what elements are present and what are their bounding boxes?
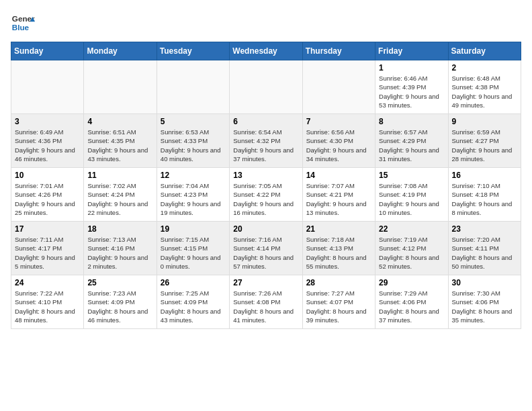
calendar-cell: 1Sunrise: 6:46 AM Sunset: 4:39 PM Daylig… bbox=[375, 60, 448, 114]
logo-icon: General Blue bbox=[11, 11, 35, 35]
day-info: Sunrise: 7:11 AM Sunset: 4:17 PM Dayligh… bbox=[15, 235, 80, 271]
calendar-cell: 14Sunrise: 7:07 AM Sunset: 4:21 PM Dayli… bbox=[302, 168, 375, 222]
day-number: 5 bbox=[161, 117, 226, 126]
day-number: 3 bbox=[15, 117, 80, 126]
day-number: 19 bbox=[161, 224, 226, 234]
day-info: Sunrise: 6:49 AM Sunset: 4:36 PM Dayligh… bbox=[15, 128, 80, 163]
day-info: Sunrise: 7:05 AM Sunset: 4:22 PM Dayligh… bbox=[233, 181, 298, 217]
day-info: Sunrise: 7:25 AM Sunset: 4:09 PM Dayligh… bbox=[161, 289, 226, 324]
day-info: Sunrise: 6:56 AM Sunset: 4:30 PM Dayligh… bbox=[306, 128, 371, 163]
day-number: 22 bbox=[379, 224, 444, 234]
day-number: 2 bbox=[452, 63, 517, 73]
calendar-cell: 12Sunrise: 7:04 AM Sunset: 4:23 PM Dayli… bbox=[157, 168, 229, 222]
calendar-cell: 3Sunrise: 6:49 AM Sunset: 4:36 PM Daylig… bbox=[11, 114, 84, 168]
day-number: 29 bbox=[379, 278, 444, 287]
calendar-cell: 21Sunrise: 7:18 AM Sunset: 4:13 PM Dayli… bbox=[302, 222, 375, 275]
day-number: 27 bbox=[233, 278, 298, 287]
day-info: Sunrise: 7:13 AM Sunset: 4:16 PM Dayligh… bbox=[87, 235, 152, 271]
weekday-header-friday: Friday bbox=[375, 42, 448, 60]
calendar-cell: 8Sunrise: 6:57 AM Sunset: 4:29 PM Daylig… bbox=[375, 114, 448, 168]
calendar-cell: 26Sunrise: 7:25 AM Sunset: 4:09 PM Dayli… bbox=[157, 275, 229, 329]
day-number: 20 bbox=[233, 224, 298, 234]
day-info: Sunrise: 6:54 AM Sunset: 4:32 PM Dayligh… bbox=[233, 128, 298, 163]
calendar-cell bbox=[11, 60, 84, 114]
calendar-cell: 6Sunrise: 6:54 AM Sunset: 4:32 PM Daylig… bbox=[230, 114, 302, 168]
day-number: 21 bbox=[306, 224, 371, 234]
calendar-cell bbox=[302, 60, 375, 114]
calendar-week-row: 17Sunrise: 7:11 AM Sunset: 4:17 PM Dayli… bbox=[11, 222, 521, 275]
day-number: 24 bbox=[15, 278, 80, 287]
day-info: Sunrise: 7:15 AM Sunset: 4:15 PM Dayligh… bbox=[161, 235, 226, 271]
weekday-header-saturday: Saturday bbox=[448, 42, 521, 60]
svg-text:Blue: Blue bbox=[12, 23, 30, 32]
day-number: 8 bbox=[379, 117, 444, 126]
day-number: 18 bbox=[87, 224, 152, 234]
calendar-week-row: 10Sunrise: 7:01 AM Sunset: 4:26 PM Dayli… bbox=[11, 168, 521, 222]
day-info: Sunrise: 7:08 AM Sunset: 4:19 PM Dayligh… bbox=[379, 181, 444, 217]
weekday-header-tuesday: Tuesday bbox=[157, 42, 229, 60]
calendar-cell: 24Sunrise: 7:22 AM Sunset: 4:10 PM Dayli… bbox=[11, 275, 84, 329]
day-number: 13 bbox=[233, 171, 298, 180]
day-info: Sunrise: 7:27 AM Sunset: 4:07 PM Dayligh… bbox=[306, 289, 371, 324]
day-number: 23 bbox=[452, 224, 517, 234]
calendar-cell: 7Sunrise: 6:56 AM Sunset: 4:30 PM Daylig… bbox=[302, 114, 375, 168]
weekday-header-monday: Monday bbox=[84, 42, 157, 60]
day-info: Sunrise: 7:26 AM Sunset: 4:08 PM Dayligh… bbox=[233, 289, 298, 324]
day-number: 12 bbox=[161, 171, 226, 180]
day-info: Sunrise: 6:53 AM Sunset: 4:33 PM Dayligh… bbox=[161, 128, 226, 163]
calendar-week-row: 1Sunrise: 6:46 AM Sunset: 4:39 PM Daylig… bbox=[11, 60, 521, 114]
day-info: Sunrise: 7:01 AM Sunset: 4:26 PM Dayligh… bbox=[15, 181, 80, 217]
calendar-cell: 2Sunrise: 6:48 AM Sunset: 4:38 PM Daylig… bbox=[448, 60, 521, 114]
day-info: Sunrise: 7:04 AM Sunset: 4:23 PM Dayligh… bbox=[161, 181, 226, 217]
calendar-cell: 15Sunrise: 7:08 AM Sunset: 4:19 PM Dayli… bbox=[375, 168, 448, 222]
calendar-cell: 11Sunrise: 7:02 AM Sunset: 4:24 PM Dayli… bbox=[84, 168, 157, 222]
calendar-table: SundayMondayTuesdayWednesdayThursdayFrid… bbox=[11, 42, 521, 329]
calendar-cell bbox=[157, 60, 229, 114]
day-number: 10 bbox=[15, 171, 80, 180]
calendar-cell: 17Sunrise: 7:11 AM Sunset: 4:17 PM Dayli… bbox=[11, 222, 84, 275]
day-number: 14 bbox=[306, 171, 371, 180]
day-info: Sunrise: 7:07 AM Sunset: 4:21 PM Dayligh… bbox=[306, 181, 371, 217]
calendar-cell: 20Sunrise: 7:16 AM Sunset: 4:14 PM Dayli… bbox=[230, 222, 302, 275]
calendar-cell: 27Sunrise: 7:26 AM Sunset: 4:08 PM Dayli… bbox=[230, 275, 302, 329]
weekday-header-wednesday: Wednesday bbox=[230, 42, 302, 60]
calendar-cell: 23Sunrise: 7:20 AM Sunset: 4:11 PM Dayli… bbox=[448, 222, 521, 275]
calendar-week-row: 24Sunrise: 7:22 AM Sunset: 4:10 PM Dayli… bbox=[11, 275, 521, 329]
day-info: Sunrise: 6:57 AM Sunset: 4:29 PM Dayligh… bbox=[379, 128, 444, 163]
calendar-cell: 16Sunrise: 7:10 AM Sunset: 4:18 PM Dayli… bbox=[448, 168, 521, 222]
day-number: 7 bbox=[306, 117, 371, 126]
day-info: Sunrise: 7:22 AM Sunset: 4:10 PM Dayligh… bbox=[15, 289, 80, 324]
weekday-header-thursday: Thursday bbox=[302, 42, 375, 60]
calendar-header-row: SundayMondayTuesdayWednesdayThursdayFrid… bbox=[11, 42, 521, 60]
day-info: Sunrise: 6:59 AM Sunset: 4:27 PM Dayligh… bbox=[452, 128, 517, 163]
calendar-week-row: 3Sunrise: 6:49 AM Sunset: 4:36 PM Daylig… bbox=[11, 114, 521, 168]
day-number: 17 bbox=[15, 224, 80, 234]
calendar-cell: 29Sunrise: 7:29 AM Sunset: 4:06 PM Dayli… bbox=[375, 275, 448, 329]
calendar-cell bbox=[84, 60, 157, 114]
day-number: 16 bbox=[452, 171, 517, 180]
day-info: Sunrise: 7:18 AM Sunset: 4:13 PM Dayligh… bbox=[306, 235, 371, 271]
svg-text:General: General bbox=[12, 14, 35, 23]
day-number: 26 bbox=[161, 278, 226, 287]
calendar-cell: 5Sunrise: 6:53 AM Sunset: 4:33 PM Daylig… bbox=[157, 114, 229, 168]
day-number: 1 bbox=[379, 63, 444, 73]
day-info: Sunrise: 7:30 AM Sunset: 4:06 PM Dayligh… bbox=[452, 289, 517, 324]
page-header: General Blue bbox=[11, 11, 521, 35]
day-number: 28 bbox=[306, 278, 371, 287]
day-number: 11 bbox=[87, 171, 152, 180]
day-number: 25 bbox=[87, 278, 152, 287]
day-number: 9 bbox=[452, 117, 517, 126]
day-info: Sunrise: 7:19 AM Sunset: 4:12 PM Dayligh… bbox=[379, 235, 444, 271]
day-info: Sunrise: 6:51 AM Sunset: 4:35 PM Dayligh… bbox=[87, 128, 152, 163]
day-info: Sunrise: 6:48 AM Sunset: 4:38 PM Dayligh… bbox=[452, 74, 517, 109]
day-number: 30 bbox=[452, 278, 517, 287]
calendar-cell: 25Sunrise: 7:23 AM Sunset: 4:09 PM Dayli… bbox=[84, 275, 157, 329]
day-info: Sunrise: 7:23 AM Sunset: 4:09 PM Dayligh… bbox=[87, 289, 152, 324]
weekday-header-sunday: Sunday bbox=[11, 42, 84, 60]
calendar-cell: 13Sunrise: 7:05 AM Sunset: 4:22 PM Dayli… bbox=[230, 168, 302, 222]
day-info: Sunrise: 6:46 AM Sunset: 4:39 PM Dayligh… bbox=[379, 74, 444, 109]
calendar-cell: 10Sunrise: 7:01 AM Sunset: 4:26 PM Dayli… bbox=[11, 168, 84, 222]
day-info: Sunrise: 7:29 AM Sunset: 4:06 PM Dayligh… bbox=[379, 289, 444, 324]
day-number: 6 bbox=[233, 117, 298, 126]
calendar-cell: 30Sunrise: 7:30 AM Sunset: 4:06 PM Dayli… bbox=[448, 275, 521, 329]
